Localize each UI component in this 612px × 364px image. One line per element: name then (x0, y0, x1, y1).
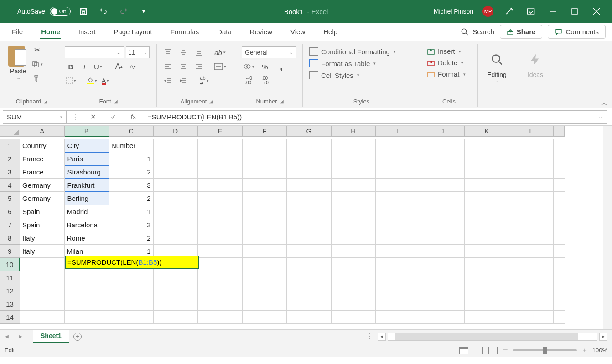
cell[interactable] (332, 245, 376, 258)
format-as-table-button[interactable]: Format as Table▾ (307, 59, 378, 67)
shrink-font-button[interactable]: A▾ (127, 61, 139, 72)
magic-icon[interactable] (503, 5, 515, 18)
cell[interactable] (243, 218, 287, 231)
cell[interactable]: Madrid (65, 205, 109, 218)
cell[interactable]: Strasbourg (65, 165, 109, 179)
cell[interactable] (509, 165, 554, 179)
insert-function-button[interactable]: fx (123, 110, 143, 124)
cell[interactable] (287, 205, 332, 218)
tab-review[interactable]: Review (249, 24, 273, 39)
fill-color-button[interactable]: ▾ (86, 75, 98, 87)
cell[interactable] (509, 297, 554, 311)
paste-button[interactable]: Paste ⌄ (8, 44, 28, 81)
cell[interactable] (465, 284, 509, 297)
page-layout-view-icon[interactable] (474, 347, 483, 354)
cut-icon[interactable]: ✂ (31, 44, 43, 56)
cell[interactable] (198, 297, 243, 311)
cell[interactable] (287, 284, 332, 297)
cell[interactable] (376, 152, 420, 165)
cell[interactable] (554, 271, 565, 284)
cell[interactable] (554, 152, 565, 165)
row-header[interactable]: 10 (0, 258, 20, 271)
row-header[interactable]: 7 (0, 218, 20, 231)
cell[interactable] (420, 192, 465, 205)
cell[interactable] (420, 284, 465, 297)
cell[interactable] (65, 284, 109, 297)
cell[interactable] (287, 245, 332, 258)
horizontal-scrollbar[interactable] (388, 333, 597, 341)
cell[interactable] (465, 205, 509, 218)
font-size-select[interactable]: 11⌄ (126, 46, 150, 58)
cell[interactable] (376, 258, 420, 271)
column-header[interactable]: L (509, 126, 554, 137)
cell[interactable] (465, 297, 509, 311)
align-bottom-button[interactable] (192, 46, 205, 58)
cell[interactable] (376, 218, 420, 231)
cell[interactable] (376, 311, 420, 324)
cell[interactable] (332, 179, 376, 192)
row-header[interactable]: 9 (0, 245, 20, 258)
cell[interactable]: 2 (109, 231, 154, 245)
cell[interactable] (465, 271, 509, 284)
cell[interactable] (243, 231, 287, 245)
align-middle-button[interactable] (177, 46, 190, 58)
cell[interactable] (376, 231, 420, 245)
comma-button[interactable]: , (275, 61, 288, 72)
cell[interactable] (154, 179, 198, 192)
cell[interactable] (154, 271, 198, 284)
cell[interactable] (332, 284, 376, 297)
row-header[interactable]: 5 (0, 192, 20, 205)
cell[interactable] (465, 179, 509, 192)
cell[interactable]: Frankfurt (65, 179, 109, 192)
accept-formula-button[interactable]: ✓ (103, 110, 123, 124)
tab-page-layout[interactable]: Page Layout (113, 24, 153, 39)
row-header[interactable]: 2 (0, 152, 20, 165)
tab-help[interactable]: Help (322, 24, 338, 39)
save-icon[interactable] (79, 7, 88, 16)
cell[interactable] (420, 179, 465, 192)
column-header[interactable]: K (465, 126, 509, 137)
cell[interactable] (287, 152, 332, 165)
cell[interactable] (465, 258, 509, 271)
cell[interactable] (554, 245, 565, 258)
cell[interactable] (509, 258, 554, 271)
cell[interactable]: Spain (20, 205, 65, 218)
cell[interactable] (198, 231, 243, 245)
tab-insert[interactable]: Insert (78, 24, 97, 39)
cell[interactable] (243, 165, 287, 179)
cell[interactable] (465, 192, 509, 205)
zoom-out-button[interactable]: − (503, 345, 508, 355)
grow-font-button[interactable]: A▴ (113, 61, 125, 72)
cell[interactable]: 3 (109, 218, 154, 231)
tab-formulas[interactable]: Formulas (170, 24, 200, 39)
select-all-corner[interactable] (0, 126, 20, 137)
cell[interactable] (332, 139, 376, 152)
zoom-slider[interactable] (513, 349, 577, 351)
conditional-formatting-button[interactable]: Conditional Formatting▾ (307, 47, 398, 56)
sheet-tab[interactable]: Sheet1 (33, 330, 69, 343)
add-sheet-button[interactable]: + (69, 333, 86, 341)
maximize-button[interactable] (568, 5, 581, 18)
cell[interactable] (198, 192, 243, 205)
increase-decimal-button[interactable]: ←0.00 (242, 75, 255, 87)
cell[interactable] (332, 218, 376, 231)
cancel-formula-button[interactable]: ✕ (83, 110, 103, 124)
cell[interactable] (332, 192, 376, 205)
autosave-toggle[interactable]: AutoSave Off (17, 7, 71, 16)
cell[interactable] (198, 205, 243, 218)
normal-view-icon[interactable] (459, 347, 468, 354)
cell[interactable] (243, 311, 287, 324)
cell[interactable] (243, 284, 287, 297)
align-left-button[interactable] (161, 61, 174, 72)
cell[interactable] (287, 218, 332, 231)
align-right-button[interactable] (192, 61, 205, 72)
cell[interactable] (509, 205, 554, 218)
cell[interactable]: Germany (20, 192, 65, 205)
launcher-icon[interactable]: ◢ (280, 99, 284, 104)
row-header[interactable]: 6 (0, 205, 20, 218)
column-header[interactable]: E (198, 126, 243, 137)
launcher-icon[interactable]: ◢ (44, 99, 47, 104)
hscroll-left[interactable]: ◄ (378, 333, 386, 341)
search-button[interactable]: Search (461, 28, 494, 36)
zoom-in-button[interactable]: + (582, 346, 586, 354)
